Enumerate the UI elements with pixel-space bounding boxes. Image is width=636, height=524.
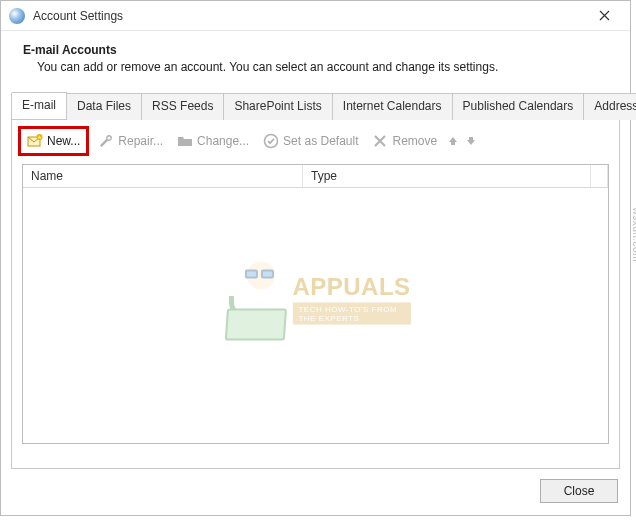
- tab-published-calendars[interactable]: Published Calendars: [452, 93, 585, 120]
- remove-button[interactable]: Remove: [367, 130, 442, 152]
- watermark-brand: APPUALS: [292, 272, 410, 300]
- wrench-icon: [98, 133, 114, 149]
- tab-address-books[interactable]: Address Books: [583, 93, 636, 120]
- watermark-tagline1: TECH HOW-TO'S FROM: [298, 304, 397, 313]
- close-icon: [599, 10, 610, 21]
- tab-label: RSS Feeds: [152, 99, 213, 113]
- titlebar: Account Settings: [1, 1, 630, 31]
- tab-label: SharePoint Lists: [234, 99, 321, 113]
- check-circle-icon: [263, 133, 279, 149]
- grid-header: Name Type: [23, 165, 608, 188]
- tab-label: Internet Calendars: [343, 99, 442, 113]
- window-title: Account Settings: [33, 9, 584, 23]
- tab-label: E-mail: [22, 98, 56, 112]
- envelope-new-icon: [27, 133, 43, 149]
- close-window-button[interactable]: [584, 2, 624, 30]
- tab-sharepoint-lists[interactable]: SharePoint Lists: [223, 93, 332, 120]
- move-down-button[interactable]: [464, 134, 478, 148]
- header: E-mail Accounts You can add or remove an…: [1, 31, 630, 92]
- toolbar: New... Repair... Change... Set as D: [12, 120, 619, 160]
- move-up-button[interactable]: [446, 134, 460, 148]
- column-header-name[interactable]: Name: [23, 165, 303, 187]
- app-icon: [9, 8, 25, 24]
- change-button[interactable]: Change...: [172, 130, 254, 152]
- tab-strip: E-mail Data Files RSS Feeds SharePoint L…: [11, 92, 620, 119]
- tab-label: Published Calendars: [463, 99, 574, 113]
- account-settings-window: Account Settings E-mail Accounts You can…: [0, 0, 631, 516]
- column-spacer: [591, 165, 608, 187]
- header-title: E-mail Accounts: [23, 43, 612, 57]
- change-button-label: Change...: [197, 134, 249, 148]
- watermark: APPUALS TECH HOW-TO'S FROM THE EXPERTS: [220, 256, 410, 341]
- repair-button[interactable]: Repair...: [93, 130, 168, 152]
- tab-data-files[interactable]: Data Files: [66, 93, 142, 120]
- tab-email[interactable]: E-mail: [11, 92, 67, 119]
- accounts-grid: Name Type APPUALS TECH HOW-TO'S FROM THE…: [22, 164, 609, 444]
- close-button-label: Close: [564, 484, 595, 498]
- side-watermark: wsxdn.com: [632, 207, 637, 262]
- tab-internet-calendars[interactable]: Internet Calendars: [332, 93, 453, 120]
- highlight-new-button: New...: [18, 126, 89, 156]
- tab-panel: New... Repair... Change... Set as D: [11, 119, 620, 469]
- footer: Close: [1, 469, 630, 515]
- remove-button-label: Remove: [392, 134, 437, 148]
- watermark-figure-icon: [220, 256, 290, 341]
- set-default-button[interactable]: Set as Default: [258, 130, 363, 152]
- header-description: You can add or remove an account. You ca…: [23, 60, 612, 74]
- new-button-label: New...: [47, 134, 80, 148]
- new-button[interactable]: New...: [22, 130, 85, 152]
- repair-button-label: Repair...: [118, 134, 163, 148]
- watermark-tagline2: THE EXPERTS: [298, 313, 359, 322]
- column-header-type[interactable]: Type: [303, 165, 591, 187]
- tab-label: Address Books: [594, 99, 636, 113]
- tab-label: Data Files: [77, 99, 131, 113]
- set-default-button-label: Set as Default: [283, 134, 358, 148]
- folder-icon: [177, 133, 193, 149]
- tab-rss-feeds[interactable]: RSS Feeds: [141, 93, 224, 120]
- close-button[interactable]: Close: [540, 479, 618, 503]
- remove-x-icon: [372, 133, 388, 149]
